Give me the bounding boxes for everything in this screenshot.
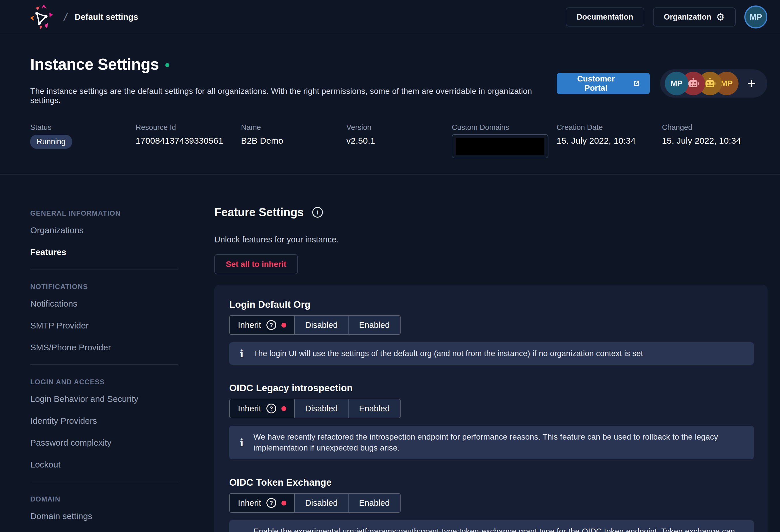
- meta-custom-domains: Custom Domains: [452, 123, 556, 158]
- sidebar-item-features[interactable]: Features: [30, 247, 178, 257]
- feature-info-box: i Enable the experimental urn:ietf:param…: [229, 520, 754, 532]
- section-title: Feature Settings: [214, 206, 304, 219]
- feature-info-box: i The login UI will use the settings of …: [229, 342, 754, 365]
- meta-value: 15. July 2022, 10:34: [556, 136, 662, 146]
- feature-toggle-group: Inherit ? Disabled Enabled: [229, 315, 401, 335]
- sidebar-item-lockout[interactable]: Lockout: [30, 460, 178, 470]
- customer-portal-button[interactable]: Customer Portal: [557, 73, 650, 94]
- inherit-state-dot: [281, 406, 286, 411]
- section-subtitle: Unlock features for your instance.: [214, 235, 768, 245]
- page-description: The instance settings are the default se…: [30, 87, 557, 105]
- manager-avatar[interactable]: MP: [665, 72, 688, 95]
- toggle-disabled[interactable]: Disabled: [294, 316, 348, 334]
- zitadel-logo-icon[interactable]: [28, 3, 55, 31]
- sidebar-item-identity-providers[interactable]: Identity Providers: [30, 416, 178, 426]
- toggle-inherit[interactable]: Inherit ?: [230, 494, 294, 512]
- sidebar-item-organizations[interactable]: Organizations: [30, 225, 178, 235]
- redacted-content: [456, 138, 544, 155]
- toggle-inherit-label: Inherit: [238, 404, 261, 413]
- app-root: / Default settings Documentation Organiz…: [0, 0, 780, 532]
- user-avatar-initials: MP: [749, 12, 762, 22]
- add-manager-button[interactable]: +: [747, 76, 756, 91]
- external-link-icon: [632, 79, 641, 88]
- toggle-inherit[interactable]: Inherit ?: [230, 316, 294, 334]
- question-icon: ?: [266, 498, 276, 508]
- breadcrumb[interactable]: Default settings: [75, 12, 138, 22]
- organization-button[interactable]: Organization ⚙: [653, 7, 736, 26]
- sidebar-item-sms-phone-provider[interactable]: SMS/Phone Provider: [30, 342, 178, 352]
- toggle-inherit-label: Inherit: [238, 498, 261, 508]
- custom-domains-box: [452, 134, 548, 158]
- organization-button-label: Organization: [664, 13, 712, 21]
- instance-hero: Instance Settings The instance settings …: [0, 34, 780, 174]
- feature-settings-main: Feature Settings i Unlock features for y…: [214, 175, 780, 532]
- question-icon: ?: [266, 404, 276, 413]
- feature-oidc-legacy-introspection: OIDC Legacy introspection Inherit ? Disa…: [229, 383, 754, 459]
- toggle-enabled[interactable]: Enabled: [348, 494, 400, 512]
- feature-info-box: i We have recently refactored the intros…: [229, 426, 754, 459]
- online-status-dot: [165, 63, 169, 67]
- sidebar-section-title: GENERAL INFORMATION: [30, 209, 178, 217]
- meta-changed: Changed 15. July 2022, 10:34: [662, 123, 767, 158]
- feature-oidc-token-exchange: OIDC Token Exchange Inherit ? Disabled E…: [229, 477, 754, 532]
- documentation-button[interactable]: Documentation: [566, 7, 644, 26]
- info-icon: i: [238, 348, 244, 359]
- divider: [30, 269, 178, 269]
- feature-name: OIDC Legacy introspection: [229, 383, 754, 393]
- breadcrumb-separator-icon: /: [62, 11, 68, 23]
- toggle-inherit[interactable]: Inherit ?: [230, 399, 294, 418]
- divider: [30, 482, 178, 482]
- meta-resource-id: Resource Id 170084137439330561: [136, 123, 241, 158]
- manager-avatar-initials: MP: [671, 79, 683, 88]
- sidebar-item-login-behavior[interactable]: Login Behavior and Security: [30, 394, 178, 404]
- info-icon: i: [238, 437, 244, 448]
- robot-icon: [703, 77, 717, 90]
- toggle-disabled[interactable]: Disabled: [294, 494, 348, 512]
- sidebar-section-title: DOMAIN: [30, 495, 178, 503]
- meta-name: Name B2B Demo: [241, 123, 346, 158]
- feature-name: Login Default Org: [229, 299, 754, 310]
- meta-status: Status Running: [30, 123, 136, 158]
- feature-info-text: We have recently refactored the introspe…: [253, 431, 745, 454]
- meta-value: 15. July 2022, 10:34: [662, 136, 767, 146]
- settings-sidebar: GENERAL INFORMATION Organizations Featur…: [30, 175, 178, 532]
- sidebar-item-notifications[interactable]: Notifications: [30, 299, 178, 309]
- user-avatar[interactable]: MP: [744, 5, 767, 29]
- status-badge: Running: [30, 135, 72, 149]
- top-header: / Default settings Documentation Organiz…: [0, 0, 780, 34]
- feature-toggle-group: Inherit ? Disabled Enabled: [229, 493, 401, 513]
- sidebar-section-title: LOGIN AND ACCESS: [30, 378, 178, 386]
- sidebar-section-title: NOTIFICATIONS: [30, 283, 178, 291]
- meta-creation-date: Creation Date 15. July 2022, 10:34: [556, 123, 662, 158]
- feature-info-text: Enable the experimental urn:ietf:params:…: [253, 526, 745, 532]
- meta-label: Resource Id: [136, 123, 241, 132]
- robot-icon: [687, 77, 700, 90]
- sidebar-item-password-complexity[interactable]: Password complexity: [30, 438, 178, 448]
- toggle-enabled[interactable]: Enabled: [348, 316, 400, 334]
- meta-label: Status: [30, 123, 136, 132]
- sidebar-item-domain-settings[interactable]: Domain settings: [30, 511, 178, 521]
- feature-info-text: The login UI will use the settings of th…: [253, 348, 643, 359]
- info-icon[interactable]: i: [312, 207, 323, 218]
- meta-label: Creation Date: [556, 123, 662, 132]
- inherit-state-dot: [281, 323, 286, 328]
- feature-toggle-group: Inherit ? Disabled Enabled: [229, 399, 401, 418]
- feature-card: Login Default Org Inherit ? Disabled Ena…: [214, 285, 768, 532]
- feature-login-default-org: Login Default Org Inherit ? Disabled Ena…: [229, 299, 754, 365]
- meta-label: Version: [346, 123, 452, 132]
- toggle-enabled[interactable]: Enabled: [348, 399, 400, 418]
- inherit-state-dot: [281, 500, 286, 506]
- toggle-disabled[interactable]: Disabled: [294, 399, 348, 418]
- customer-portal-label: Customer Portal: [566, 74, 626, 93]
- meta-version: Version v2.50.1: [346, 123, 452, 158]
- sidebar-item-smtp-provider[interactable]: SMTP Provider: [30, 321, 178, 330]
- set-all-to-inherit-button[interactable]: Set all to inherit: [214, 254, 298, 274]
- documentation-button-label: Documentation: [577, 13, 633, 21]
- gear-icon: ⚙: [716, 12, 725, 22]
- meta-label: Custom Domains: [452, 123, 556, 132]
- instance-managers: MP: [660, 69, 767, 98]
- meta-label: Changed: [662, 123, 767, 132]
- meta-value: v2.50.1: [346, 136, 452, 146]
- meta-value: B2B Demo: [241, 136, 346, 146]
- instance-meta-row: Status Running Resource Id 1700841374393…: [30, 123, 767, 174]
